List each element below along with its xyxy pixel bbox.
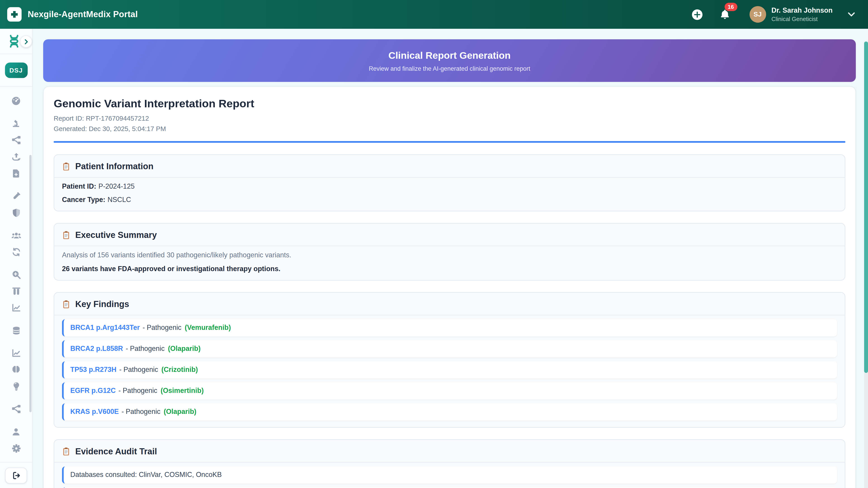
report-card: Genomic Variant Interpretation Report Re… [43,86,856,488]
section-header: Evidence Audit Trail [62,446,837,457]
sidebar-user-badge[interactable]: DSJ [5,63,27,78]
finding-gene: EGFR p.G12C [70,387,116,394]
finding-row: KRAS p.V600E - Pathogenic (Olaparib) [62,403,837,420]
notifications-bell-icon[interactable]: 16 [718,8,732,21]
finding-classification: - Pathogenic [119,366,158,373]
sidebar-item-vials-icon[interactable] [0,283,32,299]
sidebar-item-search-plus-icon[interactable] [0,266,32,283]
sidebar-item-share-nodes-icon[interactable] [0,132,32,148]
sidebar-item-lightbulb-icon[interactable] [0,378,32,394]
finding-classification: - Pathogenic [119,387,157,394]
sidebar-item-upload-icon[interactable] [0,148,32,165]
audit-row: Publications reviewed: 834 [62,487,837,488]
user-role: Clinical Geneticist [772,15,833,22]
finding-gene: KRAS p.V600E [70,408,119,416]
finding-therapy: (Olaparib) [168,345,201,352]
notification-count-badge: 16 [724,3,737,11]
sidebar-item-database-icon[interactable] [0,322,32,338]
sidebar-item-microscope-icon[interactable] [0,115,32,131]
finding-classification: - Pathogenic [122,408,160,416]
medical-cross-logo-icon [7,7,22,22]
app-title: Nexgile-AgentMedix Portal [28,9,138,20]
section-patient-information: Patient Information Patient ID:P-2024-12… [54,154,845,211]
page-title: Clinical Report Generation [388,50,510,61]
summary-therapy-line: 26 variants have FDA-approved or investi… [62,265,837,273]
sidebar-top [0,29,32,54]
finding-therapy: (Olaparib) [164,408,196,416]
field-value: P-2024-125 [98,182,134,190]
user-name: Dr. Sarah Johnson [772,7,833,15]
finding-row: BRCA1 p.Arg1443Ter - Pathogenic (Vemuraf… [62,319,837,336]
clipboard-icon [62,230,70,239]
divider [54,141,845,142]
finding-classification: - Pathogenic [126,345,164,352]
sidebar-item-sync-icon[interactable] [0,243,32,260]
clipboard-icon [62,300,70,308]
report-title: Genomic Variant Interpretation Report [54,97,845,110]
sidebar-scrollbar-thumb[interactable] [29,155,32,412]
finding-row: TP53 p.R273H - Pathogenic (Crizotinib) [62,361,837,378]
sidebar-item-users-icon[interactable] [0,227,32,243]
divider [54,246,845,246]
sidebar-item-shield-icon[interactable] [0,204,32,221]
sidebar-footer [0,462,32,488]
audit-text: Databases consulted: ClinVar, COSMIC, On… [70,471,222,479]
audit-list: Databases consulted: ClinVar, COSMIC, On… [62,466,837,488]
page-scrollbar-thumb[interactable] [864,41,868,373]
report-generated: Generated: Dec 30, 2025, 5:04:17 PM [54,125,845,133]
logout-button[interactable] [5,467,27,483]
section-title: Patient Information [75,161,153,171]
page-banner: Clinical Report Generation Review and fi… [43,39,856,82]
brand: Nexgile-AgentMedix Portal [7,7,138,22]
user-menu-chevron-down-icon[interactable] [845,8,858,21]
sidebar-item-gear-icon[interactable] [0,440,32,456]
divider [54,177,845,177]
page-scrollbar [864,29,868,488]
user-avatar[interactable]: SJ [749,6,766,23]
sidebar-item-file-plus-icon[interactable] [0,165,32,182]
summary-analysis-line: Analysis of 156 variants identified 30 p… [62,251,837,259]
section-evidence-audit-trail: Evidence Audit Trail Databases consulted… [54,439,845,488]
finding-classification: - Pathogenic [143,324,182,331]
section-title: Executive Summary [75,230,157,240]
sidebar-item-dashboard-gauge-icon[interactable] [0,92,32,109]
finding-gene: BRCA2 p.L858R [70,345,123,352]
section-title: Key Findings [75,299,129,309]
sidebar: DSJ [0,29,33,488]
main-content: Clinical Report Generation Review and fi… [32,29,868,488]
finding-therapy: (Vemurafenib) [185,324,231,331]
finding-gene: TP53 p.R273H [70,366,116,373]
sidebar-nav [0,87,32,456]
finding-gene: BRCA1 p.Arg1443Ter [70,324,140,331]
section-header: Key Findings [62,298,837,310]
section-title: Evidence Audit Trail [75,446,157,456]
finding-row: BRCA2 p.L858R - Pathogenic (Olaparib) [62,340,837,357]
divider [54,315,845,315]
divider [54,462,845,462]
section-executive-summary: Executive Summary Analysis of 156 varian… [54,223,845,281]
finding-therapy: (Osimertinib) [161,387,204,394]
sidebar-item-chart-trend-icon[interactable] [0,345,32,361]
report-id: Report ID: RPT-1767094457212 [54,115,845,122]
header-actions: 16 SJ Dr. Sarah Johnson Clinical Genetic… [690,6,858,23]
sidebar-item-test-tube-icon[interactable] [0,188,32,204]
finding-therapy: (Crizotinib) [161,366,198,373]
sidebar-item-user-icon[interactable] [0,423,32,440]
field-value: NSCLC [107,196,131,203]
finding-row: EGFR p.G12C - Pathogenic (Osimertinib) [62,382,837,399]
app-header: Nexgile-AgentMedix Portal 16 SJ Dr. Sara… [0,0,868,29]
sidebar-item-network-icon[interactable] [0,400,32,417]
section-header: Patient Information [62,161,837,172]
cancer-type-field: Cancer Type:NSCLC [62,195,837,204]
sidebar-expand-button[interactable] [20,35,32,48]
sidebar-item-brain-icon[interactable] [0,361,32,378]
add-button[interactable] [690,8,704,21]
field-label: Cancer Type: [62,196,105,203]
dna-icon [8,34,20,51]
clipboard-icon [62,162,70,170]
audit-row: Databases consulted: ClinVar, COSMIC, On… [62,466,837,483]
sidebar-item-chart-line-icon[interactable] [0,299,32,316]
page-subtitle: Review and finalize the AI-generated cli… [369,65,530,72]
patient-id-field: Patient ID:P-2024-125 [62,182,837,191]
section-key-findings: Key Findings BRCA1 p.Arg1443Ter - Pathog… [54,292,845,427]
